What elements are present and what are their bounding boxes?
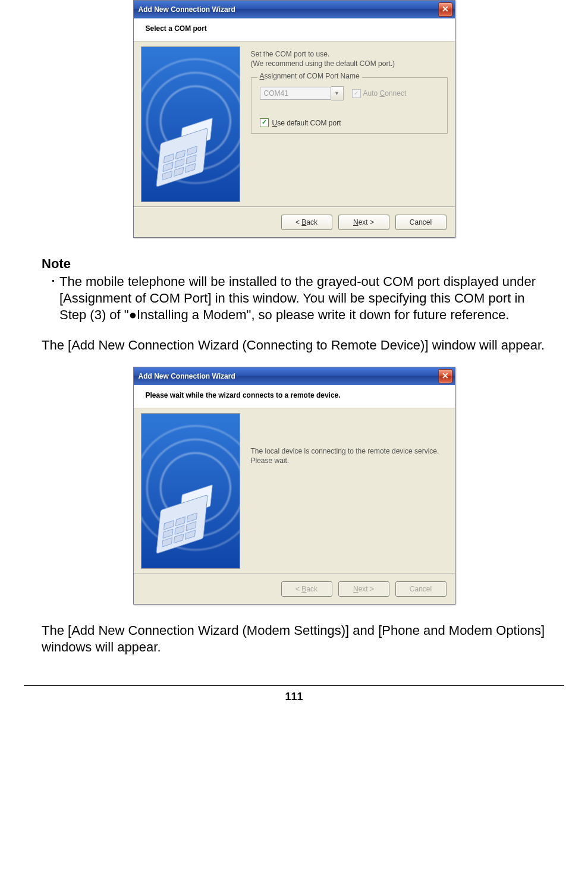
close-icon[interactable]: ✕ [438, 369, 452, 383]
use-default-checkbox[interactable]: ✓ Use default COM port [260, 118, 439, 127]
wizard-sidebar-image [141, 413, 240, 569]
next-button[interactable]: Next > [338, 215, 389, 230]
back-button: < Back [281, 581, 332, 597]
page-number: 111 [24, 685, 564, 714]
wizard-connecting-dialog: Add New Connection Wizard ✕ Please wait … [133, 367, 455, 604]
dialog-subtitle: Please wait while the wizard connects to… [134, 385, 455, 408]
cancel-button: Cancel [395, 581, 446, 597]
titlebar: Add New Connection Wizard ✕ [134, 1, 455, 18]
status-line-1: The local device is connecting to the re… [251, 446, 448, 456]
next-button: Next > [338, 581, 389, 597]
wizard-com-port-dialog: Add New Connection Wizard ✕ Select a COM… [133, 0, 455, 238]
auto-connect-checkbox: ✓ Auto Connect [352, 89, 407, 98]
groupbox-legend: Assignment of COM Port Name [257, 72, 362, 80]
instruction-line-2: (We recommend using the default COM port… [251, 59, 448, 68]
note-bullet: ･The mobile telephone will be installed … [42, 273, 546, 323]
window-title: Add New Connection Wizard [139, 372, 438, 380]
back-button[interactable]: < Back [281, 215, 332, 230]
com-port-combo[interactable]: ▼ [260, 86, 344, 100]
com-port-groupbox: Assignment of COM Port Name ▼ ✓ Auto Con… [251, 77, 448, 134]
close-icon[interactable]: ✕ [438, 2, 452, 17]
paragraph-2: The [Add New Connection Wizard (Modem Se… [42, 622, 546, 656]
paragraph-1: The [Add New Connection Wizard (Connecti… [42, 337, 546, 354]
titlebar: Add New Connection Wizard ✕ [134, 367, 455, 385]
status-line-2: Please wait. [251, 456, 448, 465]
com-port-field [260, 87, 331, 100]
dialog-subtitle: Select a COM port [134, 18, 455, 42]
cancel-button[interactable]: Cancel [395, 215, 446, 230]
chevron-down-icon: ▼ [331, 86, 344, 100]
instruction-line-1: Set the COM port to use. [251, 50, 448, 58]
window-title: Add New Connection Wizard [139, 5, 438, 14]
wizard-sidebar-image [141, 46, 240, 202]
note-heading: Note [42, 256, 546, 272]
